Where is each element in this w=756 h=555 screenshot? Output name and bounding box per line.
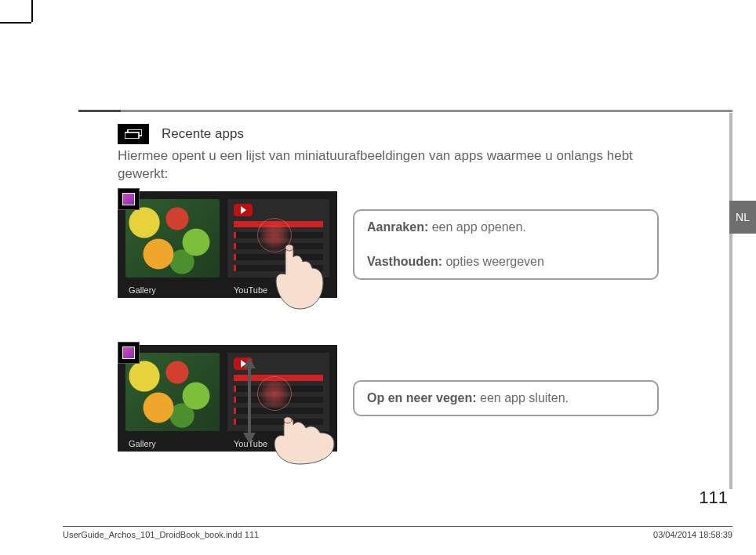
svg-marker-5 — [243, 357, 256, 368]
page-gutter-bar — [729, 113, 732, 489]
touch-text: een app openen. — [428, 220, 526, 234]
touch-label: Aanraken: — [367, 220, 428, 234]
touch-ripple-icon — [257, 218, 292, 252]
hold-text: opties weergeven — [442, 255, 544, 268]
thumbnail-label-gallery: Gallery — [129, 439, 156, 448]
gallery-app-icon — [118, 342, 140, 364]
swipe-label: Op en neer vegen: — [367, 391, 477, 404]
thumbnail-label-gallery: Gallery — [129, 285, 156, 295]
recent-apps-icon — [118, 124, 149, 144]
footer-timestamp: 03/04/2014 18:58:39 — [653, 530, 732, 539]
hold-label: Vasthouden: — [367, 255, 442, 268]
recent-apps-thumbnail-tap: Gallery YouTube — [118, 191, 337, 298]
gallery-app-icon — [118, 188, 140, 210]
callout-touch-hold: Aanraken: een app openen. Vasthouden: op… — [353, 209, 659, 280]
swipe-up-down-arrow-icon — [242, 357, 257, 444]
section-heading: Recente apps — [162, 126, 244, 142]
recent-apps-thumbnail-swipe: Gallery YouTube — [118, 345, 337, 452]
page-number: 111 — [699, 488, 728, 508]
language-tab: NL — [729, 201, 756, 234]
svg-rect-1 — [125, 132, 139, 139]
thumbnail-label-youtube: YouTube — [234, 285, 267, 295]
touch-ripple-icon — [257, 376, 292, 411]
svg-marker-6 — [243, 433, 256, 444]
section-intro-text: Hiermee opent u een lijst van miniatuura… — [118, 147, 682, 183]
footer-filename: UserGuide_Archos_101_DroidBook_book.indd… — [63, 530, 259, 539]
swipe-text: een app sluiten. — [477, 391, 569, 404]
print-footer: UserGuide_Archos_101_DroidBook_book.indd… — [63, 526, 732, 539]
callout-swipe: Op en neer vegen: een app sluiten. — [353, 380, 659, 416]
youtube-play-icon — [234, 204, 253, 216]
